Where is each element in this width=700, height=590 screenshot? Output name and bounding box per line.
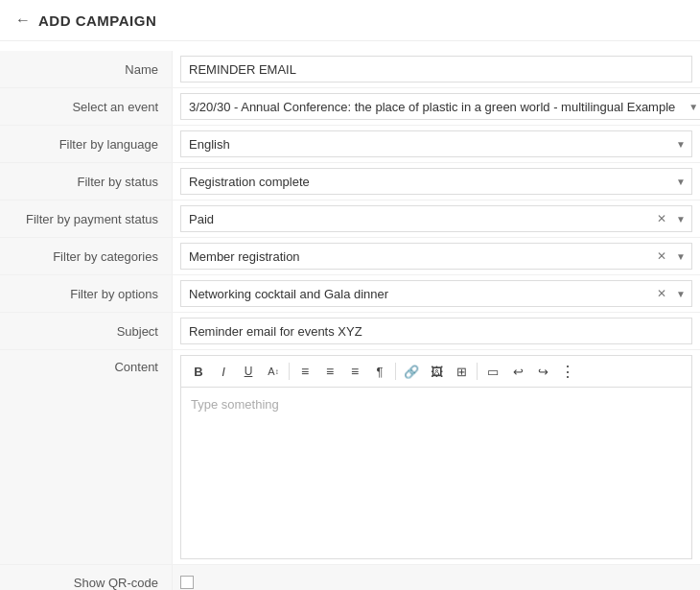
language-field: English ▼ xyxy=(173,126,700,162)
subject-input[interactable] xyxy=(180,318,692,344)
qr-row: Show QR-code xyxy=(0,565,700,590)
editor-wrapper: B I U A↕ ≡ ≡ ≡ ¶ 🔗 🖼 ⊞ ▭ ↩ ↪ ⋮ Type s xyxy=(173,350,700,564)
more-btn[interactable]: ⋮ xyxy=(556,360,579,383)
event-row: Select an event 3/20/30 - Annual Confere… xyxy=(0,88,700,126)
payment-clear-icon[interactable]: ✕ xyxy=(653,212,670,225)
toolbar-sep-1 xyxy=(289,363,290,380)
status-select-value: Registration complete xyxy=(181,175,670,189)
language-row: Filter by language English ▼ xyxy=(0,126,700,163)
options-select-value: Networking cocktail and Gala dinner xyxy=(181,287,653,301)
language-select[interactable]: English ▼ xyxy=(180,130,692,157)
name-field xyxy=(173,51,700,87)
event-dropdown-icon: ▼ xyxy=(683,102,700,112)
status-dropdown-icon: ▼ xyxy=(670,177,691,187)
options-row: Filter by options Networking cocktail an… xyxy=(0,275,700,313)
options-field: Networking cocktail and Gala dinner ✕ ▼ xyxy=(173,275,700,312)
status-select[interactable]: Registration complete ▼ xyxy=(180,168,692,195)
categories-row: Filter by categories Member registration… xyxy=(0,238,700,275)
event-field: 3/20/30 - Annual Conference: the place o… xyxy=(173,88,700,125)
payment-field: Paid ✕ ▼ xyxy=(173,201,700,237)
name-input[interactable] xyxy=(180,56,692,83)
payment-select[interactable]: Paid ✕ ▼ xyxy=(180,205,692,232)
status-field: Registration complete ▼ xyxy=(173,163,700,200)
subject-row: Subject xyxy=(0,313,700,350)
payment-label: Filter by payment status xyxy=(0,201,173,237)
categories-select-value: Member registration xyxy=(181,249,653,264)
status-row: Filter by status Registration complete ▼ xyxy=(0,163,700,201)
toolbar-sep-2 xyxy=(395,363,396,380)
payment-row: Filter by payment status Paid ✕ ▼ xyxy=(0,201,700,238)
qr-label: Show QR-code xyxy=(0,565,173,590)
event-label: Select an event xyxy=(0,88,173,125)
page-title: ADD CAMPAIGN xyxy=(38,12,156,29)
page-header: ← ADD CAMPAIGN xyxy=(0,0,700,41)
categories-dropdown-icon: ▼ xyxy=(670,251,691,262)
event-select[interactable]: 3/20/30 - Annual Conference: the place o… xyxy=(180,93,700,120)
options-clear-icon[interactable]: ✕ xyxy=(653,287,670,300)
undo-btn[interactable]: ↩ xyxy=(506,360,529,383)
table-btn[interactable]: ⊞ xyxy=(450,360,473,383)
payment-dropdown-icon: ▼ xyxy=(670,214,691,224)
editor-body[interactable]: Type something xyxy=(180,387,692,559)
align-center-btn[interactable]: ≡ xyxy=(318,360,341,383)
language-select-value: English xyxy=(181,137,670,152)
content-label: Content xyxy=(0,350,173,564)
toolbar-sep-3 xyxy=(477,363,478,380)
fullscreen-btn[interactable]: ▭ xyxy=(481,360,504,383)
subject-field xyxy=(173,313,700,349)
qr-field xyxy=(173,565,700,590)
options-select[interactable]: Networking cocktail and Gala dinner ✕ ▼ xyxy=(180,280,692,307)
font-size-btn[interactable]: A↕ xyxy=(262,360,285,383)
underline-btn[interactable]: U xyxy=(237,360,260,383)
image-btn[interactable]: 🖼 xyxy=(425,360,448,383)
qr-checkbox[interactable] xyxy=(180,576,194,589)
paragraph-btn[interactable]: ¶ xyxy=(368,360,391,383)
language-label: Filter by language xyxy=(0,126,173,162)
back-button[interactable]: ← xyxy=(15,12,31,29)
options-label: Filter by options xyxy=(0,275,173,312)
editor-placeholder: Type something xyxy=(191,397,279,412)
event-select-value: 3/20/30 - Annual Conference: the place o… xyxy=(181,100,683,114)
link-btn[interactable]: 🔗 xyxy=(400,360,423,383)
bold-btn[interactable]: B xyxy=(187,360,210,383)
align-right-btn[interactable]: ≡ xyxy=(343,360,366,383)
name-label: Name xyxy=(0,51,173,87)
categories-field: Member registration ✕ ▼ xyxy=(173,238,700,274)
content-row: Content B I U A↕ ≡ ≡ ≡ ¶ 🔗 🖼 ⊞ ▭ ↩ ↪ ⋮ xyxy=(0,350,700,565)
redo-btn[interactable]: ↪ xyxy=(531,360,554,383)
status-label: Filter by status xyxy=(0,163,173,200)
language-dropdown-icon: ▼ xyxy=(670,139,691,150)
categories-clear-icon[interactable]: ✕ xyxy=(653,249,670,263)
options-dropdown-icon: ▼ xyxy=(670,289,691,299)
align-left-btn[interactable]: ≡ xyxy=(293,360,316,383)
form-container: Name Select an event 3/20/30 - Annual Co… xyxy=(0,41,700,590)
categories-label: Filter by categories xyxy=(0,238,173,274)
editor-toolbar: B I U A↕ ≡ ≡ ≡ ¶ 🔗 🖼 ⊞ ▭ ↩ ↪ ⋮ xyxy=(180,355,692,387)
categories-select[interactable]: Member registration ✕ ▼ xyxy=(180,243,692,270)
subject-label: Subject xyxy=(0,313,173,349)
italic-btn[interactable]: I xyxy=(212,360,235,383)
payment-select-value: Paid xyxy=(181,212,653,226)
name-row: Name xyxy=(0,51,700,88)
